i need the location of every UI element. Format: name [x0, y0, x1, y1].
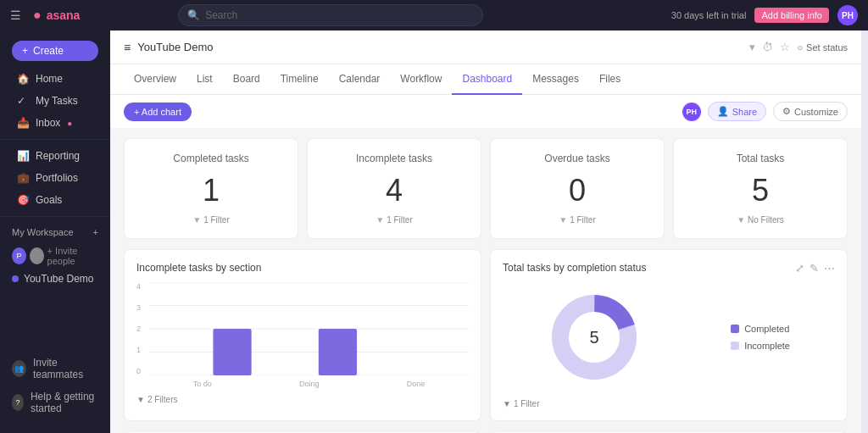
x-label-doing: Doing [299, 380, 320, 388]
dashboard-content: Completed tasks 1 ▼ 1 Filter Incomplete … [110, 128, 861, 433]
sidebar-item-home[interactable]: 🏠 Home [5, 68, 105, 90]
bar-todo [213, 329, 251, 375]
invite-icon: 👥 [12, 360, 26, 377]
sidebar-divider-1 [0, 139, 110, 140]
stat-overdue-filter-label: 1 Filter [570, 215, 596, 225]
filter-icon-2: ▼ [376, 215, 384, 225]
tab-board[interactable]: Board [223, 64, 270, 95]
stat-total: Total tasks 5 ▼ No Filters [673, 138, 848, 239]
help-icon: ? [12, 394, 24, 411]
status-circle-icon: ○ [797, 42, 803, 53]
search-placeholder: Search [205, 9, 237, 21]
billing-button[interactable]: Add billing info [754, 8, 829, 23]
legend-incomplete-label: Incomplete [744, 341, 790, 351]
stat-total-filter: ▼ No Filters [687, 215, 833, 225]
y-label-2: 2 [136, 325, 141, 333]
donut-center-value: 5 [589, 328, 598, 347]
tab-board-label: Board [233, 73, 260, 85]
scrollbar[interactable] [861, 31, 868, 433]
toolbar-right: PH 👤 Share ⚙ Customize [682, 102, 848, 121]
filter-icon: ▼ [192, 215, 201, 225]
toolbar-avatar[interactable]: PH [682, 103, 701, 121]
tab-overview-label: Overview [134, 73, 176, 85]
workspace-label: My Workspace [12, 227, 74, 237]
sidebar-item-goals[interactable]: 🎯 Goals [5, 189, 105, 211]
home-label: Home [36, 73, 63, 85]
sidebar-item-inbox[interactable]: 📥 Inbox ● [5, 112, 105, 134]
tab-calendar[interactable]: Calendar [329, 64, 391, 95]
edit-icon[interactable]: ✎ [810, 262, 819, 275]
set-status-button[interactable]: ○ Set status [797, 42, 848, 53]
tab-timeline[interactable]: Timeline [270, 64, 329, 95]
bar-chart-footer: ▼ 2 Filters [136, 395, 469, 404]
invite-people[interactable]: + Invite people [47, 246, 98, 266]
x-label-done: Done [407, 380, 426, 388]
tab-overview[interactable]: Overview [124, 64, 186, 95]
sidebar-invite-teammates[interactable]: 👥 Invite teammates [0, 352, 110, 386]
bar-chart-card: Incomplete tasks by section 4 3 2 1 0 [124, 249, 481, 421]
sidebar-divider-2 [0, 216, 110, 217]
customize-button[interactable]: ⚙ Customize [773, 102, 848, 121]
clock-icon[interactable]: ⏱ [762, 41, 773, 53]
tab-messages-label: Messages [532, 73, 579, 85]
bar-doing [319, 329, 357, 375]
content-area: ≡ YouTube Demo ▾ ⏱ ☆ ○ Set status Overvi… [110, 31, 861, 433]
search-bar[interactable]: 🔍 Search [178, 4, 483, 26]
sidebar-item-reporting[interactable]: 📊 Reporting [5, 145, 105, 167]
stat-incomplete-title: Incomplete tasks [321, 153, 467, 164]
create-button[interactable]: + Create [12, 41, 98, 61]
add-chart-button[interactable]: + Add chart [124, 103, 192, 121]
bar-chart-filter-label: 2 Filters [147, 395, 178, 404]
project-title: YouTube Demo [137, 41, 213, 53]
project-dot [12, 275, 19, 282]
legend-completed-label: Completed [744, 324, 789, 334]
goals-label: Goals [36, 194, 62, 206]
share-button[interactable]: 👤 Share [708, 102, 766, 121]
x-label-todo: To do [193, 380, 212, 388]
tab-list-label: List [197, 73, 213, 85]
tab-messages[interactable]: Messages [522, 64, 589, 95]
hamburger-icon[interactable]: ☰ [10, 8, 21, 22]
invite-teammates-label: Invite teammates [33, 357, 98, 380]
topbar-right: 30 days left in trial Add billing info P… [671, 5, 858, 25]
logo: ● asana [33, 8, 80, 23]
portfolios-icon: 💼 [17, 172, 29, 184]
stat-overdue-filter: ▼ 1 Filter [504, 215, 650, 225]
create-label: Create [33, 45, 64, 57]
tab-files[interactable]: Files [589, 64, 631, 95]
y-label-3: 3 [136, 303, 141, 312]
stats-row: Completed tasks 1 ▼ 1 Filter Incomplete … [124, 138, 848, 239]
sidebar-item-my-tasks[interactable]: ✓ My Tasks [5, 90, 105, 112]
filter-icon-3: ▼ [559, 215, 567, 225]
more-icon[interactable]: ⋯ [824, 262, 835, 275]
header-list-icon: ≡ [124, 41, 131, 54]
tab-calendar-label: Calendar [339, 73, 381, 85]
tab-workflow[interactable]: Workflow [390, 64, 452, 95]
share-label: Share [732, 107, 757, 117]
stat-completed-filter-label: 1 Filter [203, 215, 230, 225]
filter-icon-4: ▼ [737, 215, 745, 225]
stat-incomplete-filter: ▼ 1 Filter [321, 215, 467, 225]
y-label-4: 4 [136, 282, 141, 291]
header-actions: ▾ ⏱ ☆ ○ Set status [749, 41, 848, 53]
expand-icon[interactable]: ⤢ [795, 262, 804, 275]
star-icon[interactable]: ☆ [780, 41, 790, 53]
stat-total-filter-label: No Filters [748, 215, 784, 225]
sidebar-item-portfolios[interactable]: 💼 Portfolios [5, 167, 105, 189]
user-avatar[interactable]: PH [837, 5, 858, 25]
help-label: Help & getting started [31, 391, 98, 414]
search-icon: 🔍 [187, 9, 200, 21]
sidebar-help[interactable]: ? Help & getting started [0, 386, 110, 419]
stat-incomplete: Incomplete tasks 4 ▼ 1 Filter [307, 138, 481, 239]
stat-overdue-value: 0 [504, 173, 650, 208]
tab-list[interactable]: List [186, 64, 223, 95]
stat-incomplete-filter-label: 1 Filter [387, 215, 413, 225]
dropdown-icon[interactable]: ▾ [749, 41, 755, 53]
filter-icon-bar: ▼ [136, 395, 145, 404]
tab-files-label: Files [599, 73, 620, 85]
tab-dashboard[interactable]: Dashboard [452, 64, 522, 95]
y-label-1: 1 [136, 346, 141, 354]
plus-workspace-icon[interactable]: + [93, 227, 98, 237]
sidebar-item-youtube-demo[interactable]: YouTube Demo [0, 269, 110, 288]
check-icon: ✓ [17, 95, 29, 107]
